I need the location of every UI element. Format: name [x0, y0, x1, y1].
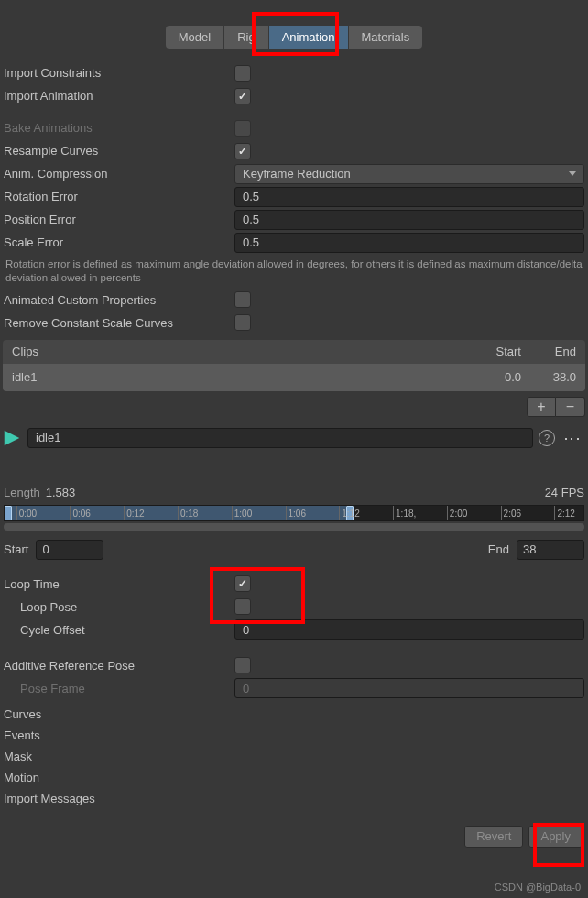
timeline-tick: 0:06	[70, 506, 90, 520]
label-pose-frame: Pose Frame	[4, 682, 234, 695]
timeline-tick: 1:06	[286, 506, 306, 520]
field-cycle-offset[interactable]: 0	[234, 619, 584, 640]
row-scale-error: Scale Error 0.5	[0, 231, 588, 254]
row-bake-animations: Bake Animations	[0, 116, 588, 139]
more-options-icon[interactable]: ⋮	[561, 431, 584, 445]
checkbox-import-constraints[interactable]	[234, 65, 251, 82]
clips-header-name: Clips	[12, 345, 466, 358]
clip-name-field[interactable]: idle1	[27, 428, 533, 448]
help-icon[interactable]: ?	[539, 430, 555, 446]
timeline-tick: 0:12	[124, 506, 144, 520]
foldout-curves[interactable]: Curves	[4, 704, 584, 725]
start-end-row: Start 0 End 38	[0, 536, 588, 573]
label-rotation-error: Rotation Error	[4, 190, 234, 203]
end-label: End	[488, 542, 509, 556]
checkbox-loop-pose[interactable]	[234, 598, 251, 615]
tab-rig[interactable]: Rig	[224, 26, 269, 49]
row-anim-compression: Anim. Compression Keyframe Reduction	[0, 162, 588, 185]
checkbox-animated-custom-properties[interactable]	[234, 291, 251, 308]
label-remove-constant-scale-curves: Remove Constant Scale Curves	[4, 316, 234, 330]
end-field[interactable]: 38	[517, 540, 584, 560]
revert-button[interactable]: Revert	[464, 826, 523, 848]
timeline-start-handle[interactable]	[5, 506, 12, 520]
tab-model[interactable]: Model	[166, 26, 224, 49]
timeline-tick: 2:06	[501, 506, 521, 520]
chevron-down-icon	[569, 171, 576, 176]
field-rotation-error[interactable]: 0.5	[234, 187, 584, 207]
label-scale-error: Scale Error	[4, 235, 234, 249]
timeline-tick: 1:00	[232, 506, 252, 520]
row-position-error: Position Error 0.5	[0, 208, 588, 231]
row-animated-custom-properties: Animated Custom Properties	[0, 289, 588, 312]
watermark: CSDN @BigData-0	[495, 882, 581, 893]
checkbox-import-animation[interactable]	[234, 88, 251, 104]
row-rotation-error: Rotation Error 0.5	[0, 185, 588, 208]
clip-row-end: 38.0	[521, 370, 576, 384]
clips-header-start: Start	[466, 345, 521, 358]
checkbox-additive-reference-pose[interactable]	[234, 657, 251, 674]
clips-header: Clips Start End	[3, 340, 585, 364]
animation-clip-icon	[2, 428, 22, 448]
row-pose-frame: Pose Frame 0	[0, 677, 588, 700]
row-additive-reference-pose: Additive Reference Pose	[0, 654, 588, 677]
field-pose-frame: 0	[234, 678, 584, 698]
checkbox-resample-curves[interactable]	[234, 143, 251, 159]
timeline-tick: 1:18,	[393, 506, 416, 520]
length-row: Length 1.583 24 FPS	[0, 483, 588, 503]
label-bake-animations: Bake Animations	[4, 121, 234, 135]
clip-row[interactable]: idle1 0.0 38.0	[3, 364, 585, 391]
foldout-import-messages[interactable]: Import Messages	[4, 788, 584, 809]
remove-clip-button[interactable]: −	[556, 397, 585, 417]
label-anim-compression: Anim. Compression	[4, 167, 234, 181]
checkbox-loop-time[interactable]	[234, 575, 251, 592]
dropdown-anim-compression-value: Keyframe Reduction	[243, 167, 351, 181]
row-import-animation: Import Animation	[0, 84, 588, 107]
foldout-mask[interactable]: Mask	[4, 746, 584, 767]
foldout-list: Curves Events Mask Motion Import Message…	[0, 700, 588, 809]
row-resample-curves: Resample Curves	[0, 139, 588, 162]
clip-row-name: idle1	[12, 370, 466, 384]
scrub-bar[interactable]	[4, 523, 584, 531]
fps-label: 24 FPS	[545, 486, 584, 499]
row-remove-constant-scale-curves: Remove Constant Scale Curves	[0, 312, 588, 334]
clips-header-end: End	[521, 345, 576, 358]
apply-button[interactable]: Apply	[528, 826, 583, 848]
svg-marker-0	[5, 431, 20, 446]
length-value: 1.583	[46, 486, 76, 499]
row-loop-time: Loop Time	[0, 573, 588, 596]
label-resample-curves: Resample Curves	[4, 144, 234, 158]
tab-materials[interactable]: Materials	[349, 26, 423, 49]
row-loop-pose: Loop Pose	[0, 596, 588, 619]
timeline-tick: 0:18	[178, 506, 198, 520]
dropdown-anim-compression[interactable]: Keyframe Reduction	[234, 164, 584, 184]
start-field[interactable]: 0	[36, 540, 103, 560]
importer-tabs: Model Rig Animation Materials	[0, 0, 588, 61]
label-cycle-offset: Cycle Offset	[4, 623, 234, 637]
timeline-tick: 1:12	[339, 506, 359, 520]
checkbox-remove-constant-scale-curves[interactable]	[234, 314, 251, 331]
label-loop-time: Loop Time	[4, 577, 234, 591]
label-position-error: Position Error	[4, 213, 234, 226]
clip-buttons: + −	[0, 391, 588, 426]
help-text-errors: Rotation error is defined as maximum ang…	[0, 254, 588, 289]
label-animated-custom-properties: Animated Custom Properties	[4, 293, 234, 307]
length-label: Length	[4, 486, 40, 499]
checkbox-bake-animations	[234, 120, 251, 137]
label-import-animation: Import Animation	[4, 89, 234, 103]
timeline-tick: 2:00	[447, 506, 467, 520]
foldout-motion[interactable]: Motion	[4, 767, 584, 788]
label-loop-pose: Loop Pose	[4, 600, 234, 614]
label-import-constraints: Import Constraints	[4, 66, 234, 80]
tab-animation[interactable]: Animation	[269, 26, 349, 49]
timeline[interactable]: 0:000:060:120:181:001:061:121:18,2:002:0…	[4, 505, 584, 521]
field-scale-error[interactable]: 0.5	[234, 233, 584, 253]
timeline-tick: 2:12	[554, 506, 574, 520]
clip-name-row: idle1 ? ⋮	[0, 426, 588, 450]
timeline-tick: 0:00	[16, 506, 37, 520]
field-position-error[interactable]: 0.5	[234, 210, 584, 230]
add-clip-button[interactable]: +	[527, 397, 556, 417]
clip-row-start: 0.0	[466, 370, 521, 384]
foldout-events[interactable]: Events	[4, 725, 584, 746]
bottom-buttons: Revert Apply	[0, 809, 588, 848]
row-cycle-offset: Cycle Offset 0	[0, 619, 588, 641]
